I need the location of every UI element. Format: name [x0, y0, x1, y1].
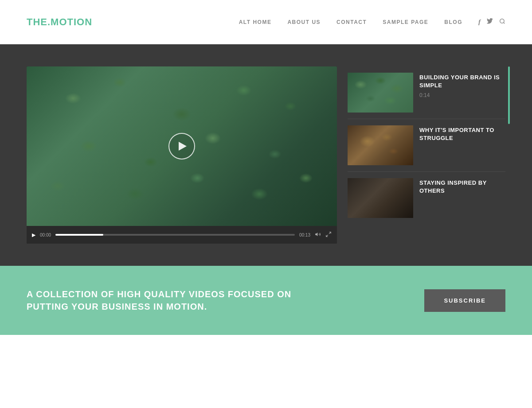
search-icon[interactable] — [499, 18, 505, 26]
playlist-item[interactable]: STAYING INSPIRED BY OTHERS — [348, 172, 505, 224]
video-current-time: 00:00 — [40, 233, 51, 237]
video-progress-bar[interactable] — [55, 234, 295, 236]
playlist: BUILDING YOUR BRAND IS SIMPLE 0:14 WHY I… — [348, 66, 505, 224]
playlist-info-2: WHY IT'S IMPORTANT TO STRUGGLE — [419, 125, 505, 142]
nav-alt-home[interactable]: ALT HOME — [239, 19, 272, 25]
nav-sample-page[interactable]: SAMPLE PAGE — [383, 19, 428, 25]
nav-about-us[interactable]: ABOUT US — [287, 19, 321, 25]
nav-contact[interactable]: CONTACT — [336, 19, 367, 25]
video-wrapper: ▶ 00:00 00:13 — [27, 66, 337, 244]
site-logo[interactable]: THE.MOTION — [27, 16, 92, 28]
playlist-thumb-3 — [348, 178, 413, 218]
playlist-title-1: BUILDING YOUR BRAND IS SIMPLE — [419, 74, 505, 89]
playlist-accent-bar — [508, 66, 510, 124]
volume-icon[interactable] — [315, 231, 321, 239]
subscribe-text: A COLLECTION OF HIGH QUALITY VIDEOS FOCU… — [27, 288, 293, 313]
svg-line-2 — [329, 232, 331, 233]
playlist-item[interactable]: BUILDING YOUR BRAND IS SIMPLE 0:14 — [348, 66, 505, 119]
video-controls: ▶ 00:00 00:13 — [27, 226, 337, 244]
svg-line-1 — [504, 23, 505, 24]
playlist-item[interactable]: WHY IT'S IMPORTANT TO STRUGGLE — [348, 119, 505, 172]
facebook-icon[interactable]: f — [478, 18, 481, 26]
main-nav: ALT HOME ABOUT US CONTACT SAMPLE PAGE BL… — [239, 18, 505, 26]
svg-point-0 — [500, 19, 504, 23]
subscribe-button[interactable]: SUBSCRIBE — [424, 289, 505, 312]
fullscreen-icon[interactable] — [325, 231, 332, 239]
svg-line-3 — [326, 235, 328, 237]
site-header: THE.MOTION ALT HOME ABOUT US CONTACT SAM… — [0, 0, 532, 44]
twitter-icon[interactable] — [487, 18, 493, 26]
playlist-title-3: STAYING INSPIRED BY OTHERS — [419, 179, 505, 195]
hero-section: ▶ 00:00 00:13 BUILDING YOUR BRAND IS — [0, 44, 532, 266]
play-button[interactable] — [168, 133, 195, 159]
nav-blog[interactable]: BLOG — [444, 19, 462, 25]
video-end-time: 00:13 — [299, 233, 310, 237]
subscribe-section: A COLLECTION OF HIGH QUALITY VIDEOS FOCU… — [0, 266, 532, 335]
playlist-thumb-1 — [348, 73, 413, 113]
playlist-thumb-2 — [348, 125, 413, 165]
playlist-duration-1: 0:14 — [419, 92, 505, 98]
video-play-icon[interactable]: ▶ — [32, 232, 35, 238]
playlist-title-2: WHY IT'S IMPORTANT TO STRUGGLE — [419, 126, 505, 142]
social-icons: f — [478, 18, 505, 26]
video-progress-fill — [55, 234, 103, 236]
video-thumbnail[interactable] — [27, 66, 337, 226]
video-player: ▶ 00:00 00:13 — [27, 66, 337, 244]
playlist-info-1: BUILDING YOUR BRAND IS SIMPLE 0:14 — [419, 73, 505, 98]
playlist-info-3: STAYING INSPIRED BY OTHERS — [419, 178, 505, 195]
